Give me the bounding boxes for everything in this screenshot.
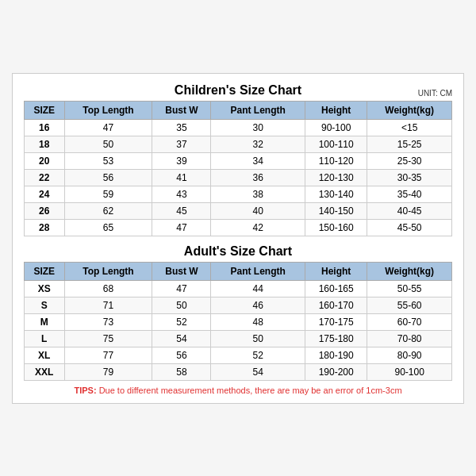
chart-container: Children's Size Chart UNIT: CM SIZE Top … [12, 73, 464, 404]
unit-label: UNIT: CM [418, 89, 452, 98]
table-row: XXL795854190-20090-100 [25, 363, 452, 380]
adults-col-weight: Weight(kg) [367, 262, 452, 280]
adults-tbody: XS684744160-16550-55S715046160-17055-60M… [25, 280, 452, 380]
children-title: Children's Size Chart [175, 83, 301, 98]
table-row: 20533934110-12025-30 [25, 152, 452, 169]
tips-label: TIPS: [74, 386, 96, 395]
table-row: 28654742150-16045-50 [25, 219, 452, 236]
table-row: 22564136120-13030-35 [25, 169, 452, 186]
adults-header-row: SIZE Top Length Bust W Pant Length Heigh… [25, 262, 452, 280]
adults-col-pant: Pant Length [211, 262, 305, 280]
children-header-row: SIZE Top Length Bust W Pant Length Heigh… [25, 101, 452, 119]
adults-table: SIZE Top Length Bust W Pant Length Heigh… [24, 262, 452, 381]
table-row: L755450175-18070-80 [25, 330, 452, 347]
adults-title-row: Adult's Size Chart [24, 244, 452, 259]
table-row: 18503732100-11015-25 [25, 136, 452, 152]
children-col-weight: Weight(kg) [367, 101, 452, 119]
children-title-row: Children's Size Chart UNIT: CM [24, 83, 452, 98]
adults-col-top-length: Top Length [64, 262, 152, 280]
table-row: 24594338130-14035-40 [25, 186, 452, 202]
children-col-size: SIZE [25, 101, 65, 119]
children-col-height: Height [305, 101, 367, 119]
table-row: 26624540140-15040-45 [25, 202, 452, 219]
children-col-bust: Bust W [152, 101, 211, 119]
children-table: SIZE Top Length Bust W Pant Length Heigh… [24, 101, 452, 236]
tips-row: TIPS: Due to different measurement metho… [24, 386, 452, 395]
children-tbody: 1647353090-100<1518503732100-11015-25205… [25, 119, 452, 236]
adults-col-size: SIZE [25, 262, 65, 280]
table-row: M735248170-17560-70 [25, 313, 452, 330]
table-row: S715046160-17055-60 [25, 297, 452, 313]
adults-col-height: Height [305, 262, 367, 280]
table-row: 1647353090-100<15 [25, 119, 452, 136]
children-col-top-length: Top Length [64, 101, 152, 119]
table-row: XS684744160-16550-55 [25, 280, 452, 297]
adults-title: Adult's Size Chart [184, 244, 292, 259]
adults-col-bust: Bust W [152, 262, 211, 280]
table-row: XL775652180-19080-90 [25, 347, 452, 363]
children-col-pant: Pant Length [211, 101, 305, 119]
tips-text: Due to different measurement methods, th… [99, 386, 402, 395]
